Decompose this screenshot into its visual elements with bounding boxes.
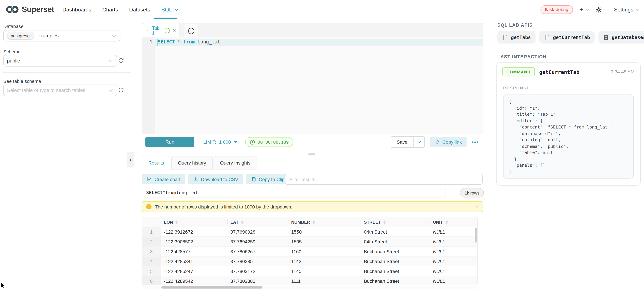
download-icon	[193, 177, 198, 182]
database-label: Database	[3, 24, 24, 29]
close-warning-icon[interactable]: ✕	[475, 204, 479, 209]
refresh-icon[interactable]	[118, 87, 124, 93]
sun-icon	[596, 6, 602, 13]
create-chart-button[interactable]: Create chart	[142, 174, 185, 184]
sort-icon[interactable]	[176, 221, 178, 224]
active-nav-indicator	[154, 18, 177, 19]
sqllab-main-panel: ⋮ Tab 1 ✓ ✕ + 1 SELECT * from long_lat	[139, 19, 489, 290]
superset-logo[interactable]: Superset	[6, 0, 54, 19]
row-limit-warning: ! The number of rows displayed is limite…	[142, 201, 484, 212]
vertical-scrollbar[interactable]	[475, 228, 477, 243]
schema-select[interactable]: public	[3, 55, 117, 66]
chevron-down-icon	[636, 7, 640, 11]
chevron-down-icon	[112, 33, 116, 37]
copy-link-button[interactable]: Copy link	[430, 137, 467, 147]
database-select[interactable]: postgresql examples	[3, 30, 120, 41]
last-interaction-title: LAST INTERACTION	[498, 54, 546, 59]
results-actions: Create chart Download to CSV Copy to Cli…	[142, 174, 302, 184]
tab-results[interactable]: Results	[142, 156, 171, 170]
panel-resize-handle[interactable]	[308, 152, 315, 156]
nav-sql[interactable]: SQL	[161, 6, 178, 13]
row-number-header	[142, 217, 160, 227]
filter-results-input[interactable]	[285, 174, 482, 185]
copy-icon	[251, 177, 256, 182]
close-tab-icon[interactable]: ✕	[172, 28, 176, 33]
executed-query-preview: SELECT * from long_lat	[142, 188, 446, 198]
save-button[interactable]: Save	[390, 136, 424, 148]
get-databases-button[interactable]: getDatabases	[599, 31, 644, 43]
command-name: getCurrentTab	[539, 69, 579, 75]
collapse-left-icon: ‹	[130, 157, 132, 163]
superset-logo-icon	[6, 5, 19, 14]
toolbar-right: Save Copy link •••	[390, 136, 479, 148]
brand-name: Superset	[22, 5, 54, 14]
horizontal-scrollbar[interactable]	[162, 286, 262, 289]
sort-icon[interactable]	[383, 221, 386, 224]
elapsed-timer-badge: 00:00:00.189	[245, 137, 293, 147]
column-header-lon[interactable]: LON	[160, 217, 227, 227]
nav-charts[interactable]: Charts	[102, 6, 118, 13]
new-item-menu[interactable]: +	[580, 6, 589, 13]
results-tabbar: Results Query history Query Insights	[142, 156, 257, 170]
chevron-down-icon	[174, 7, 178, 11]
command-badge: COMMAND	[502, 67, 535, 76]
environment-tag: flask-debug	[540, 5, 573, 14]
column-header-street[interactable]: STREET	[360, 217, 430, 227]
editor-gutter: 1	[142, 37, 155, 134]
sql-editor-card: ⋮ Tab 1 ✓ ✕ + 1 SELECT * from long_lat	[142, 23, 484, 150]
chart-icon	[146, 177, 152, 182]
sql-statement: SELECT * from long_lat	[158, 39, 220, 45]
sql-code-editor[interactable]: 1 SELECT * from long_lat	[142, 37, 483, 134]
limit-dropdown[interactable]: LIMIT: 1 000	[204, 140, 238, 144]
editor-toolbar: Run LIMIT: 1 000 00:00:00.189 Save	[142, 134, 483, 150]
sort-icon[interactable]	[241, 221, 244, 224]
tab-query-insights[interactable]: Query Insights	[214, 156, 257, 170]
nav-datasets[interactable]: Datasets	[129, 6, 150, 13]
main-nav: Dashboards Charts Datasets SQL	[62, 0, 178, 19]
schema-label: Schema	[3, 49, 21, 54]
table-row: 6 -122.4289542 37.7802883 1111 Buchanan …	[142, 276, 477, 285]
response-label: RESPONSE	[503, 86, 530, 90]
header-actions: flask-debug + Settings	[540, 0, 639, 19]
interaction-header: COMMAND getCurrentTab 9:34:48 AM	[496, 63, 640, 81]
column-header-lat[interactable]: LAT	[227, 217, 288, 227]
sqllab-left-sidebar: Database postgresql examples Schema publ…	[0, 19, 139, 290]
get-current-tab-button[interactable]: getCurrentTab	[540, 31, 595, 43]
warning-text: The number of rows displayed is limited …	[155, 204, 292, 209]
schema-value: public	[7, 58, 20, 64]
tab-query-history[interactable]: Query history	[171, 156, 213, 170]
run-button[interactable]: Run	[146, 137, 194, 147]
plus-icon: +	[580, 6, 583, 13]
save-options-button[interactable]	[413, 137, 424, 147]
theme-menu[interactable]	[596, 6, 608, 13]
editor-tab-1[interactable]: ⋮ Tab 1 ✓ ✕	[142, 23, 180, 37]
horizontal-scrollbar-track	[142, 286, 478, 289]
new-tab-button[interactable]: +	[184, 24, 198, 37]
table-select[interactable]: Select table or type to search tables	[3, 84, 117, 96]
clock-icon	[250, 139, 255, 145]
collapse-sidebar-button[interactable]: ‹	[128, 152, 134, 168]
nav-dashboards[interactable]: Dashboards	[62, 6, 91, 13]
refresh-icon[interactable]	[118, 57, 124, 64]
download-csv-button[interactable]: Download to CSV	[188, 174, 243, 184]
results-table: LON LAT NUMBER STREET UNIT 1 -122.391267…	[142, 217, 477, 285]
column-header-unit[interactable]: UNIT	[430, 217, 477, 227]
settings-menu[interactable]: Settings	[614, 6, 639, 13]
warning-icon: !	[146, 204, 152, 209]
chevron-down-icon	[604, 7, 608, 11]
more-actions-button[interactable]: •••	[472, 139, 479, 145]
last-interaction-card: COMMAND getCurrentTab 9:34:48 AM RESPONS…	[496, 62, 641, 186]
caret-down-icon	[234, 141, 238, 143]
top-navbar: Superset Dashboards Charts Datasets SQL …	[0, 0, 644, 19]
table-select-placeholder: Select table or type to search tables	[7, 87, 85, 93]
column-header-number[interactable]: NUMBER	[288, 217, 360, 227]
drag-handle-icon[interactable]: ⋮	[146, 28, 150, 33]
get-tabs-button[interactable]: getTabs	[498, 31, 536, 43]
table-schema-label: See table schema	[3, 79, 41, 84]
sort-icon[interactable]	[445, 221, 448, 224]
bookmark-tabs-icon	[502, 34, 508, 40]
settings-label: Settings	[614, 6, 634, 13]
api-panel-title: SQL LAB APIS	[498, 22, 533, 27]
new-tab-icon: +	[188, 28, 194, 34]
sort-icon[interactable]	[312, 221, 315, 224]
